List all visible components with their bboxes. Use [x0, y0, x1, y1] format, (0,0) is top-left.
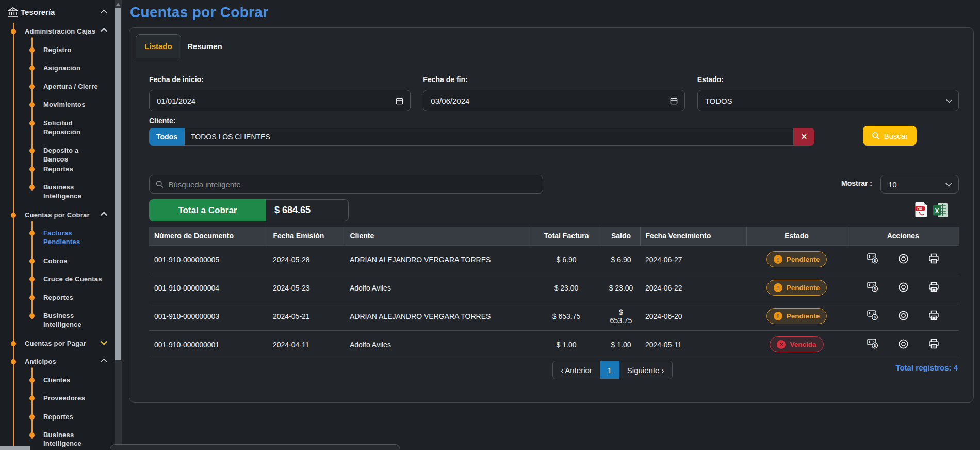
bottom-status-strip — [0, 446, 30, 450]
print-icon[interactable] — [928, 310, 939, 323]
cell-emision: 2024-05-21 — [268, 302, 345, 330]
sidebar-item[interactable]: Reportes — [0, 412, 115, 430]
sidebar-section[interactable]: Cuentas por Pagar — [0, 339, 115, 357]
sidebar-item[interactable]: Asignación — [0, 63, 115, 81]
sidebar-item[interactable]: Cruce de Cuentas — [0, 275, 115, 292]
sidebar-item[interactable]: Reportes — [0, 165, 115, 182]
bottom-popup-edge — [110, 444, 400, 450]
calendar-icon[interactable] — [396, 97, 403, 105]
cell-vencimiento: 2024-06-27 — [640, 245, 746, 274]
sidebar-item[interactable]: Solicitud Reposición — [0, 119, 115, 136]
buscar-button[interactable]: Buscar — [863, 126, 917, 146]
view-eye-icon[interactable] — [898, 339, 909, 351]
cell-cliente: Adolfo Aviles — [345, 330, 531, 359]
cell-acciones: $ — [847, 245, 959, 274]
cobrar-money-icon[interactable]: $ — [867, 310, 878, 323]
view-eye-icon[interactable] — [898, 253, 909, 266]
col-estado: Estado — [746, 227, 847, 245]
sidebar-title: Tesorería — [21, 8, 55, 17]
tab-resumen[interactable]: Resumen — [181, 34, 228, 58]
sidebar-item[interactable]: Clientes — [0, 376, 115, 393]
fecha-fin-input[interactable]: 03/06/2024 — [423, 90, 684, 111]
clear-cliente-button[interactable]: ✕ — [794, 128, 814, 146]
cell-vencimiento: 2024-06-22 — [640, 274, 746, 302]
sidebar-item[interactable]: Deposito a Bancos — [0, 146, 115, 164]
sidebar-item[interactable]: Proveedores — [0, 394, 115, 411]
cliente-input[interactable]: TODOS LOS CLIENTES — [185, 128, 794, 146]
status-icon: ! — [774, 255, 782, 264]
cliente-todos-badge[interactable]: Todos — [149, 128, 185, 146]
print-icon[interactable] — [928, 282, 939, 294]
table-row: 001-910-000000001 2024-04-11 Adolfo Avil… — [149, 330, 959, 359]
sidebar: $ Tesorería Administración Cajas Registr… — [0, 0, 115, 450]
sidebar-item[interactable]: Business Intelligence — [0, 430, 115, 448]
cell-estado: ! Pendiente — [746, 274, 847, 302]
calendar-icon[interactable] — [670, 97, 678, 105]
col-fecha-vencimiento: Fecha Vencimiento — [640, 227, 746, 245]
sidebar-item[interactable]: Cobros — [0, 256, 115, 274]
sidebar-header[interactable]: $ Tesorería — [0, 4, 115, 21]
cell-vencimiento: 2024-05-11 — [640, 330, 746, 359]
pagination: ‹ Anterior 1 Siguiente › — [552, 361, 673, 379]
cell-documento: 001-910-000000003 — [149, 302, 268, 330]
cell-vencimiento: 2024-06-20 — [640, 302, 746, 330]
cell-saldo: $ 23.00 — [602, 274, 640, 302]
col-saldo: Saldo — [602, 227, 640, 245]
cell-documento: 001-910-000000001 — [149, 330, 268, 359]
page-title: Cuentas por Cobrar — [130, 4, 268, 21]
print-icon[interactable] — [928, 339, 939, 351]
cell-estado: ! Pendiente — [746, 245, 847, 274]
estado-select[interactable]: TODOS — [697, 90, 959, 111]
cell-acciones: $ — [847, 302, 959, 330]
sidebar-section[interactable]: Administración Cajas — [0, 27, 115, 44]
cell-total: $ 1.00 — [531, 330, 602, 359]
sidebar-section[interactable]: Anticipos — [0, 357, 115, 375]
scroll-up-arrow-icon[interactable] — [116, 3, 120, 6]
sidebar-section[interactable]: Cuentas por Cobrar — [0, 211, 115, 228]
fecha-inicio-input[interactable]: 01/01/2024 — [149, 90, 411, 111]
view-eye-icon[interactable] — [898, 310, 909, 323]
mostrar-label: Mostrar : — [821, 179, 872, 187]
status-icon: ! — [774, 283, 782, 292]
status-badge: ! Pendiente — [766, 280, 827, 296]
cobrar-money-icon[interactable]: $ — [867, 253, 878, 266]
search-icon — [872, 132, 880, 140]
print-icon[interactable] — [928, 253, 939, 266]
status-icon: ✕ — [777, 340, 786, 349]
cell-estado: ✕ Vencida — [746, 330, 847, 359]
sidebar-item[interactable]: Facturas Pendientes — [0, 229, 115, 246]
total-a-cobrar-value: $ 684.65 — [266, 199, 349, 221]
sidebar-item[interactable]: Apertura / Cierre — [0, 82, 115, 100]
bullet-icon — [11, 29, 16, 34]
content-card: Listado Resumen Fecha de inicio: Fecha d… — [129, 27, 974, 403]
fecha-fin-label: Fecha de fin: — [423, 75, 684, 84]
smart-search[interactable] — [149, 175, 543, 194]
col-total-factura: Total Factura — [531, 227, 602, 245]
chevron-up-icon[interactable] — [101, 9, 107, 16]
sidebar-item[interactable]: Reportes — [0, 293, 115, 311]
table-row: 001-910-000000005 2024-05-28 ADRIAN ALEJ… — [149, 245, 959, 274]
current-page-button[interactable]: 1 — [600, 361, 619, 379]
search-input[interactable] — [168, 180, 536, 189]
total-a-cobrar-badge: Total a Cobrar — [149, 199, 266, 221]
sidebar-scrollbar[interactable] — [115, 0, 122, 450]
cobrar-money-icon[interactable]: $ — [867, 339, 878, 351]
status-badge: ! Pendiente — [766, 308, 827, 324]
cell-cliente: ADRIAN ALEJANDRO VERGARA TORRES — [345, 302, 531, 330]
mostrar-select[interactable]: 10 — [880, 175, 959, 194]
cliente-label: Cliente: — [149, 117, 175, 125]
sidebar-item[interactable]: Business Intelligence — [0, 311, 115, 329]
tab-listado[interactable]: Listado — [136, 34, 181, 58]
cobrar-money-icon[interactable]: $ — [867, 282, 878, 294]
export-pdf-icon[interactable]: PDF — [915, 202, 928, 219]
next-page-button[interactable]: Siguiente › — [619, 361, 672, 379]
search-icon — [156, 180, 164, 188]
view-eye-icon[interactable] — [898, 282, 909, 294]
sidebar-item[interactable]: Movimientos — [0, 100, 115, 118]
scrollbar-thumb[interactable] — [115, 8, 121, 360]
sidebar-item[interactable]: Business Intelligence — [0, 183, 115, 200]
export-excel-icon[interactable]: X — [933, 203, 948, 219]
cell-saldo: $ 653.75 — [602, 302, 640, 330]
sidebar-item[interactable]: Registro — [0, 45, 115, 63]
prev-page-button[interactable]: ‹ Anterior — [553, 361, 600, 379]
